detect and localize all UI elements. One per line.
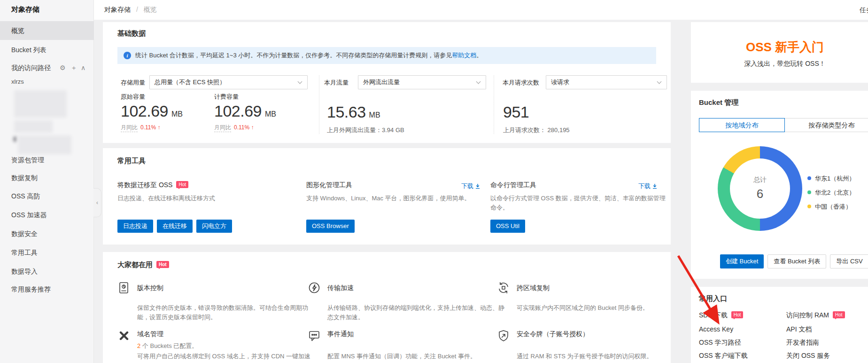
- sidebar-item-label: 我的访问路径: [11, 64, 51, 71]
- title-text: 将数据迁移至 OSS: [117, 181, 172, 189]
- domain-management-title[interactable]: 域名管理: [137, 330, 163, 339]
- monthly-requests-value: 951: [503, 103, 529, 121]
- common-entries-card: 常用入口 SDK 下载Hot 访问控制 RAMHot Access Key AP…: [691, 287, 868, 363]
- domain-management-icon: [117, 329, 132, 343]
- mom-value: 0.11%: [234, 124, 249, 131]
- sidebar-item-resource-packages[interactable]: 资源包管理: [0, 150, 94, 169]
- monthly-requests-select[interactable]: 读请求: [546, 75, 667, 89]
- common-tools-title: 常用工具: [117, 157, 146, 166]
- chevron-down-icon: [657, 79, 662, 84]
- transfer-acceleration-icon: [308, 281, 322, 295]
- security-token-title[interactable]: 安全令牌（子账号授权）: [517, 330, 589, 339]
- export-csv-button[interactable]: 导出 CSV: [830, 254, 868, 268]
- info-icon: i: [124, 52, 131, 59]
- sidebar-collapse-handle[interactable]: ‹: [93, 188, 101, 217]
- sidebar-item-data-security[interactable]: 数据安全: [0, 224, 94, 243]
- entry-api-docs[interactable]: API 文档: [786, 325, 812, 334]
- entry-access-key[interactable]: Access Key: [699, 325, 733, 333]
- event-notification-title[interactable]: 事件通知: [327, 330, 354, 339]
- top-bar: 对象存储 / 概览: [94, 0, 868, 20]
- entry-developer-guide[interactable]: 开发者指南: [786, 339, 819, 347]
- sidebar-item-data-replication[interactable]: 数据复制: [0, 168, 94, 187]
- oss-browser-button[interactable]: OSS Browser: [306, 220, 355, 233]
- online-migration-button[interactable]: 在线迁移: [157, 220, 193, 233]
- cli-tool-download-link[interactable]: 下载: [638, 182, 658, 190]
- breadcrumb-object-storage[interactable]: 对象存储: [104, 6, 131, 13]
- basic-data-card: 基础数据 i 统计 Bucket 合计数据，平均延迟 1~3 小时。不作为计量数…: [103, 22, 671, 143]
- sidebar-item-recommended-services[interactable]: 常用服务推荐: [0, 280, 94, 299]
- sidebar-item-data-import[interactable]: 数据导入: [0, 262, 94, 281]
- bucket-donut-chart: 总计 6: [718, 146, 802, 231]
- entry-sdk-download[interactable]: SDK 下载Hot: [699, 311, 743, 320]
- cross-region-replication-title[interactable]: 跨区域复制: [517, 284, 550, 292]
- onboarding-subtitle: 深入浅出，带您玩转 OSS！: [691, 60, 868, 68]
- legend-item-hongkong: 中国（香港）: [807, 203, 852, 211]
- sidebar-item-xlrzs[interactable]: xlrzs: [0, 74, 94, 89]
- top-right-tasks[interactable]: 任务: [860, 6, 868, 15]
- graphical-tool-download-link[interactable]: 下载: [461, 182, 480, 190]
- monthly-traffic-select[interactable]: 外网流出流量: [358, 75, 486, 89]
- entry-learning-path[interactable]: OSS 学习路径: [699, 339, 741, 347]
- sidebar-item-common-tools[interactable]: 常用工具: [0, 243, 94, 262]
- entry-disable-oss[interactable]: 关闭 OSS 服务: [786, 352, 830, 360]
- notice-banner: i 统计 Bucket 合计数据，平均延迟 1~3 小时。不作为计量数据，仅作参…: [117, 47, 656, 64]
- entry-label: 开发者指南: [786, 339, 819, 346]
- configured-rest: 个 Buckets 已配置。: [140, 342, 198, 349]
- popular-features-card: 大家都在用Hot 版本控制 保留文件的历史版本，错误导致的数据清除。可结合生命周…: [103, 252, 671, 363]
- sidebar-item-label: 资源包管理: [11, 156, 44, 164]
- entry-client-download[interactable]: OSS 客户端下载: [699, 352, 747, 360]
- legend-label: 华北2（北京）: [815, 189, 855, 196]
- download-icon: [475, 183, 480, 189]
- view-bucket-list-button[interactable]: 查看 Bucket 列表: [767, 254, 826, 268]
- monthly-requests-select-value: 读请求: [551, 79, 569, 86]
- divider: [494, 75, 494, 134]
- sidebar-item-label: OSS 高防: [11, 192, 40, 200]
- blurred-content-mark: [13, 136, 17, 142]
- version-control-icon: [117, 281, 132, 295]
- entry-label: Access Key: [699, 325, 733, 333]
- graphical-tool-desc: 支持 Windows、Linux、Mac 平台，图形化界面，使用简单。: [306, 194, 487, 203]
- entry-label: OSS 学习路径: [699, 339, 741, 346]
- sidebar-item-oss-anti-ddos[interactable]: OSS 高防: [0, 187, 94, 205]
- sidebar-item-overview[interactable]: 概览: [0, 21, 94, 40]
- legend-dot: [807, 176, 811, 180]
- oss-console-screen: 对象存储 / 概览 任务 对象存储 概览 Bucket 列表 我的访问路径 ⚙ …: [0, 0, 868, 363]
- security-token-desc: 通过 RAM 和 STS 为子账号授予临时的访问权限。: [517, 352, 667, 361]
- entry-label: 访问控制 RAM: [786, 311, 829, 319]
- unit: MB: [265, 110, 276, 118]
- help-doc-link[interactable]: 帮助文档: [452, 52, 476, 59]
- storage-usage-select[interactable]: 总用量（不含 ECS 快照）: [149, 75, 308, 89]
- oss-util-button[interactable]: OSS Util: [490, 220, 525, 233]
- donut-total-label: 总计: [753, 176, 767, 184]
- sidebar-item-label: 数据安全: [11, 230, 38, 237]
- raw-capacity-label: 原始容量: [121, 93, 145, 101]
- lightning-cube-button[interactable]: 闪电立方: [196, 220, 232, 233]
- tab-by-region[interactable]: 按地域分布: [699, 118, 785, 132]
- notice-text: 统计 Bucket 合计数据，平均延迟 1~3 小时。不作为计量数据，仅作参考。…: [135, 52, 452, 59]
- migrate-to-oss-title[interactable]: 将数据迁移至 OSSHot: [117, 181, 188, 189]
- entry-ram[interactable]: 访问控制 RAMHot: [786, 311, 845, 320]
- donut-center: 总计 6: [730, 158, 790, 219]
- version-control-title[interactable]: 版本控制: [137, 284, 163, 292]
- sidebar-item-label: OSS 加速器: [11, 211, 46, 219]
- version-control-desc: 保留文件的历史版本，错误导致的数据清除。可结合生命周期功能，设置历史版本保留时间…: [137, 303, 318, 322]
- log-delivery-button[interactable]: 日志投递: [117, 220, 153, 233]
- onboarding-title: OSS 新手入门: [691, 39, 868, 55]
- tab-by-storage-class[interactable]: 按存储类型分布: [784, 118, 868, 132]
- graphical-tool-title[interactable]: 图形化管理工具: [306, 181, 352, 189]
- graphical-tool-buttons: OSS Browser: [306, 220, 355, 233]
- last-month-traffic: 上月外网流出流量：3.94 GB: [327, 126, 404, 134]
- cli-tool-title[interactable]: 命令行管理工具: [490, 181, 536, 189]
- sidebar-item-oss-accelerator[interactable]: OSS 加速器: [0, 205, 94, 224]
- sidebar-item-label: Bucket 列表: [11, 46, 46, 54]
- sidebar-item-label: 数据导入: [11, 268, 38, 275]
- sidebar-item-bucket-list[interactable]: Bucket 列表: [0, 40, 94, 59]
- common-entries-title: 常用入口: [699, 294, 727, 303]
- transfer-acceleration-title[interactable]: 传输加速: [327, 284, 354, 292]
- cli-tool-desc: 以命令行方式管理 OSS 数据，提供方便、简洁、丰富的数据管理命令。: [490, 194, 669, 213]
- monthly-traffic-value: 15.63MB: [327, 103, 380, 121]
- sidebar-item-label: 概览: [11, 27, 24, 34]
- onboarding-card[interactable]: OSS 新手入门 深入浅出，带您玩转 OSS！: [691, 22, 868, 83]
- legend-dot: [807, 205, 811, 208]
- create-bucket-button[interactable]: 创建 Bucket: [720, 254, 764, 268]
